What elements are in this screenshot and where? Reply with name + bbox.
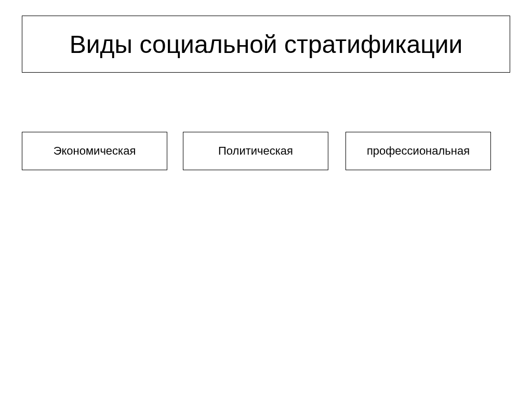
category-box-professional: профессиональная [345, 132, 491, 170]
category-label: профессиональная [367, 144, 470, 158]
category-label: Политическая [218, 144, 293, 158]
category-label: Экономическая [54, 144, 136, 158]
category-box-political: Политическая [183, 132, 328, 170]
category-box-economic: Экономическая [22, 132, 167, 170]
title-box: Виды социальной стратификации [22, 16, 510, 73]
diagram-title: Виды социальной стратификации [70, 30, 463, 59]
